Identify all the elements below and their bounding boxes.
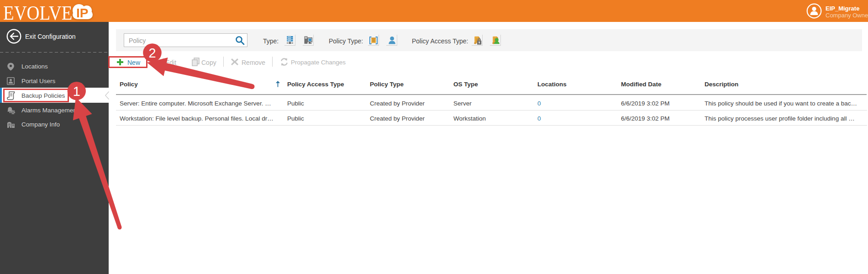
svg-text:IP: IP xyxy=(76,6,88,20)
